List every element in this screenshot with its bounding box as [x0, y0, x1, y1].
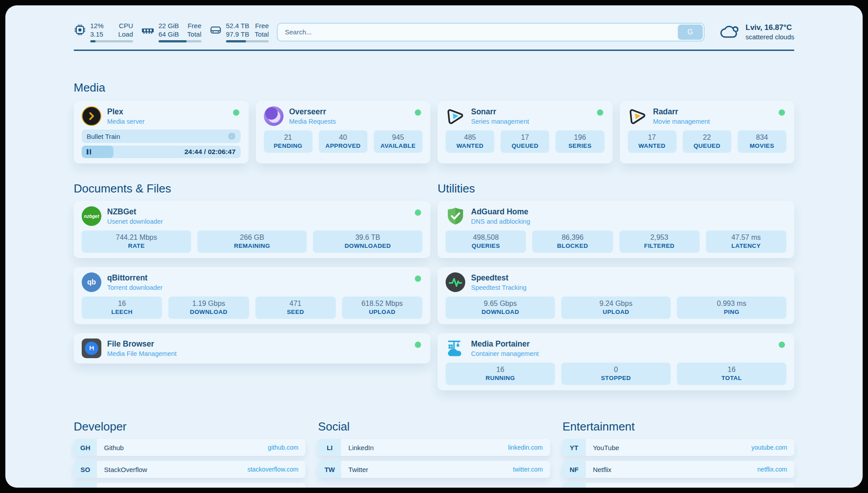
speedtest-card[interactable]: Speedtest Speedtest Tracking 9.65 Gbps D…	[438, 267, 794, 324]
status-dot	[415, 109, 421, 116]
card-subtitle: Container management	[471, 350, 539, 357]
plex-card[interactable]: Plex Media server Bullet Train 24:44 / 0…	[74, 101, 249, 163]
stat-value: 16	[679, 365, 785, 374]
nzbget-card[interactable]: nzbget NZBGet Usenet downloader 744.21 M…	[74, 201, 430, 258]
bookmark-url: netflix.com	[757, 466, 787, 473]
stat-value: 196	[557, 133, 602, 142]
stat-tile: 485 WANTED	[446, 130, 494, 153]
bookmark-tag: DT	[74, 483, 97, 488]
stat-tile: 498,508 QUERIES	[446, 230, 526, 253]
qbittorrent-card[interactable]: qb qBittorrent Torrent downloader 16 LEE…	[74, 267, 430, 324]
stat-tile: 16 LEECH	[82, 297, 162, 319]
stat-tile: 945 AVAILABLE	[374, 130, 422, 153]
stat-label: RUNNING	[447, 374, 553, 382]
overseerr-card[interactable]: Overseerr Media Requests 21 PENDING 40 A…	[256, 101, 431, 163]
stat-tile: 17 WANTED	[628, 130, 676, 153]
adguard-logo	[446, 206, 465, 226]
stat-label: FILTERED	[621, 242, 698, 250]
stat-label: QUERIES	[447, 242, 524, 250]
bookmark-name: Github	[104, 444, 124, 451]
bookmark-twitter[interactable]: TW Twitter twitter.com	[318, 461, 550, 478]
playback-progress-bar: 24:44 / 02:06:47	[82, 146, 241, 158]
stat-tile: 17 QUEUED	[501, 130, 549, 153]
cpu-progress-bar	[90, 40, 133, 42]
stat-value: 0.993 ms	[679, 299, 785, 308]
card-subtitle: DNS and adblocking	[471, 218, 530, 225]
bookmark-dev[interactable]: DT DEV dev.to	[74, 483, 305, 488]
bookmark-linkedin[interactable]: LI LinkedIn linkedin.com	[318, 439, 550, 456]
portainer-card[interactable]: Media Portainer Container management 16 …	[438, 333, 794, 390]
hw-value: 3.15	[90, 30, 104, 38]
card-title: Speedtest	[471, 273, 526, 283]
dashboard-page: 12% 3.15 CPU Load	[5, 5, 863, 488]
stat-label: LEECH	[83, 308, 160, 316]
progress-fill	[90, 40, 96, 42]
status-dot	[779, 342, 785, 348]
bookmark-tag: TW	[318, 461, 341, 478]
qbittorrent-logo-text: qb	[87, 278, 96, 286]
stat-tile: 266 GB REMAINING	[197, 230, 307, 253]
memory-stat: 22 GiB 64 GiB Free Total	[141, 21, 201, 42]
portainer-logo	[446, 338, 465, 358]
stat-value: 1.19 Gbps	[170, 299, 247, 308]
card-title: Radarr	[653, 107, 710, 117]
stat-tile: 196 SERIES	[555, 130, 604, 153]
overseerr-logo	[264, 106, 284, 126]
now-playing-title: Bullet Train	[87, 133, 120, 140]
bookmark-url: twitter.com	[513, 466, 543, 473]
bookmark-reddit[interactable]: RE Reddit reddit.com	[563, 483, 794, 488]
floppy-icon	[88, 345, 95, 351]
hw-label: Total	[187, 30, 201, 38]
bookmark-youtube[interactable]: YT YouTube youtube.com	[563, 439, 794, 456]
filebrowser-card[interactable]: File Browser Media File Management	[74, 333, 430, 363]
plex-logo	[82, 106, 101, 126]
nzbget-logo-text: nzbget	[84, 213, 99, 219]
stat-tile: 618.52 Mbps UPLOAD	[342, 297, 422, 319]
stat-label: QUEUED	[684, 142, 730, 150]
adguard-card[interactable]: AdGuard Home DNS and adblocking 498,508 …	[438, 201, 794, 258]
stat-label: QUEUED	[502, 142, 547, 150]
bookmark-netflix[interactable]: NF Netflix netflix.com	[563, 461, 794, 478]
media-grid: Plex Media server Bullet Train 24:44 / 0…	[74, 101, 794, 163]
bookmark-tag: NF	[563, 461, 586, 478]
bookmark-github[interactable]: GH Github github.com	[74, 439, 305, 456]
bookmark-name: Netflix	[593, 466, 612, 473]
speedtest-logo	[446, 272, 465, 292]
sonarr-logo	[446, 106, 465, 126]
search-bar: G	[277, 23, 705, 42]
section-title-social: Social	[318, 419, 550, 434]
stat-label: PENDING	[266, 142, 311, 150]
weather-location: Lviv, 16.87°C	[746, 23, 794, 32]
weather-cloud-icon	[720, 25, 740, 40]
stat-value: 2,953	[621, 233, 698, 242]
pause-icon[interactable]	[87, 149, 91, 155]
card-title: Overseerr	[289, 107, 336, 117]
stat-label: SERIES	[557, 142, 602, 150]
card-title: qBittorrent	[107, 273, 163, 283]
stat-label: DOWNLOAD	[170, 308, 247, 316]
stat-tile: 16 TOTAL	[677, 363, 786, 385]
stat-label: DOWNLOAD	[447, 308, 553, 316]
search-input[interactable]	[277, 23, 705, 42]
search-provider-button[interactable]: G	[678, 25, 703, 40]
card-title: AdGuard Home	[471, 207, 530, 217]
stat-label: WANTED	[630, 142, 675, 150]
stat-tile: 86,396 BLOCKED	[532, 230, 613, 253]
bookmark-url: linkedin.com	[508, 444, 543, 451]
status-dot	[415, 209, 421, 216]
memory-progress-bar	[159, 40, 201, 42]
stat-label: PING	[679, 308, 785, 316]
session-icon[interactable]	[228, 132, 236, 140]
radarr-card[interactable]: Radarr Movie management 17 WANTED 22 QUE…	[620, 101, 795, 163]
qbittorrent-logo: qb	[82, 272, 101, 292]
section-title-documents: Documents & Files	[74, 181, 430, 196]
stat-value: 86,396	[534, 233, 611, 242]
bookmark-stackoverflow[interactable]: SO StackOverflow stackoverflow.com	[74, 461, 305, 478]
stat-value: 17	[502, 133, 547, 142]
status-dot	[779, 109, 785, 116]
stat-value: 39.6 TB	[315, 233, 421, 242]
documents-column: Documents & Files nzbget NZBGet Usenet d…	[74, 171, 430, 390]
stat-label: TOTAL	[679, 374, 785, 382]
sonarr-card[interactable]: Sonarr Series management 485 WANTED 17 Q…	[438, 101, 613, 163]
stat-value: 16	[447, 365, 553, 374]
